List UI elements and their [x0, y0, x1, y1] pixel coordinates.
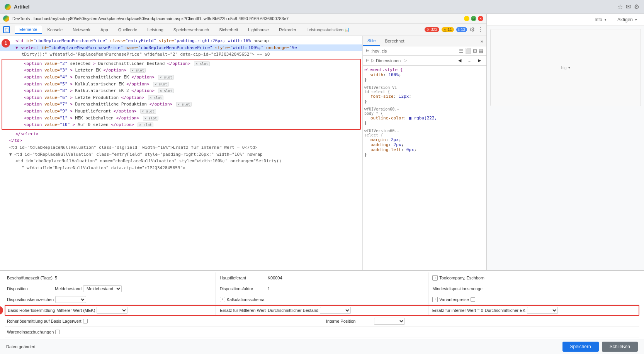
- form-cell-wareneinsatz: Wareneinsatzbuchungen: [5, 328, 639, 335]
- save-button[interactable]: Speichern: [562, 342, 599, 352]
- style-prop-padding: padding: 2px;: [370, 142, 485, 147]
- form-cell-beschaffungszeit: Beschaffungszeit (Tage) 5: [5, 274, 214, 281]
- bottom-buttons: Speichern Schließen: [562, 342, 638, 352]
- ersatz-interner-select[interactable]: [527, 307, 558, 314]
- expand-styles-icon[interactable]: »: [477, 37, 486, 46]
- chevron-down-icon-2: ▾: [635, 18, 637, 22]
- tab-leistungsstatistiken[interactable]: Leistungsstatistiken 📊: [302, 26, 354, 34]
- devtools-url: DevTools - localhost/myfactory80/ie50/sy…: [12, 16, 461, 21]
- devtools-more-icon[interactable]: ⋮: [477, 26, 483, 33]
- divider: [216, 306, 216, 315]
- dimensions-label: ▷: [371, 58, 374, 63]
- filter-icon: ⊨: [366, 48, 370, 53]
- status-text: Daten geändert: [6, 344, 36, 349]
- info-dropdown-button[interactable]: Info ▾: [592, 16, 609, 23]
- form-row-6: Wareneinsatzbuchungen: [5, 327, 639, 337]
- tab-leistung[interactable]: Leistung: [143, 26, 168, 34]
- disposition-select[interactable]: Meldebestand: [83, 285, 122, 292]
- box-model-icon[interactable]: ⬜: [465, 48, 471, 54]
- warn-count-badge[interactable]: △ 11: [442, 27, 454, 32]
- form-row-2: Disposition Meldebestand Meldebestand Di…: [5, 283, 639, 294]
- code-line: <option value="10" > Auf 0 setzen </opti…: [2, 121, 360, 128]
- divider: [216, 294, 216, 305]
- tab-lighthouse[interactable]: Lighthouse: [243, 26, 274, 34]
- style-prop-padding-left: padding-left: 0px;: [370, 147, 485, 152]
- tab-konsole[interactable]: Konsole: [42, 26, 67, 34]
- info-icon-kalk[interactable]: i: [220, 297, 225, 302]
- error-count-badge[interactable]: ✕ 323: [425, 27, 439, 32]
- code-line: </select>: [0, 131, 362, 138]
- form-cell-variantenpreise: i Variantenpreise: [430, 296, 639, 303]
- step-2-indicator: 2: [0, 306, 3, 315]
- app-form-area: Beschaffungszeit (Tage) 5 Hauptlieferant…: [0, 270, 644, 354]
- code-line: <td id="cboReplaceNullValuation" name="c…: [0, 158, 362, 165]
- form-cell-dispositionsfaktor: Dispositionsfaktor 1: [217, 285, 427, 292]
- tab-rekorder[interactable]: Rekorder: [274, 26, 301, 34]
- minimize-button[interactable]: —: [464, 16, 469, 21]
- style-block-element: element.style { width: 100%; }: [364, 67, 485, 82]
- divider: [428, 294, 428, 305]
- tab-sicherheit[interactable]: Sicherheit: [214, 26, 243, 34]
- chrome-favicon: [3, 15, 9, 22]
- info-icon-toolcompany[interactable]: i: [432, 275, 438, 281]
- styles-tabs: Stile Berechnet »: [363, 36, 486, 46]
- tab-stile[interactable]: Stile: [363, 36, 380, 46]
- form-cell-dispositionskennzeichen: Dispositionskennzeichen: [5, 295, 214, 304]
- form-cell-disposition: Disposition Meldebestand Meldebestand: [5, 284, 214, 293]
- filter-hov-cls[interactable]: :hov .cls: [371, 49, 387, 53]
- tab-app[interactable]: App: [96, 26, 113, 34]
- styles-content: element.style { width: 100%; } wfUIVersi…: [363, 66, 486, 277]
- code-line: ▼ <td id="tdReplaceNullValuation" class=…: [0, 151, 362, 158]
- styles-filter-bar: ⊨ :hov .cls ☰ ⬜ ⊞ ▤: [363, 46, 486, 56]
- chevron-down-icon: ▾: [605, 18, 607, 22]
- code-line: <option value="4" > Durchschnittlicher E…: [2, 74, 360, 81]
- app-bottom-bar: Daten geändert Speichern Schließen: [0, 339, 644, 354]
- sidebar-content-placeholder: hig ▾: [490, 29, 641, 106]
- form-cell-roherloes-lagerwert: Roherlösermittlung auf Basis Lagerwert: [5, 318, 320, 325]
- code-line: <option value="3" > Letzter EK </option>…: [2, 67, 360, 74]
- nav-next-button[interactable]: ▶: [476, 57, 483, 64]
- style-block-body: wfUIVersion60.-body * { outline-color: ▩…: [364, 107, 485, 126]
- layout-icon[interactable]: ⊞: [473, 48, 477, 54]
- style-block-wfui60: wfUIVersion60.-select { margin: 2px; pad…: [364, 129, 485, 157]
- aktigen-dropdown-button[interactable]: Aktigen ▾: [615, 16, 639, 23]
- flex-icon[interactable]: ▤: [479, 48, 483, 54]
- style-prop-outline: outline-color: ▩ rgba(222,: [370, 116, 485, 121]
- tab-netzwerk[interactable]: Netzwerk: [68, 26, 95, 34]
- tab-speicherverbrauch[interactable]: Speicherverbrauch: [169, 26, 214, 34]
- ersatz-mittlerer-select[interactable]: [320, 307, 351, 314]
- dimensions-filter: ▷: [404, 58, 407, 63]
- devtools-settings-icon[interactable]: ⚙: [469, 26, 475, 33]
- nav-prev-button[interactable]: ◀: [456, 57, 464, 64]
- info-icon-varianten[interactable]: i: [432, 297, 438, 302]
- list-view-icon[interactable]: ☰: [459, 48, 464, 54]
- tab-berechnet[interactable]: Berechnet: [380, 36, 409, 46]
- mail-icon[interactable]: ✉: [626, 3, 631, 10]
- close-window-button[interactable]: ✕: [478, 16, 483, 21]
- style-block-wfui: wfUIVersion-Vi-td select { font-size: 12…: [364, 85, 485, 104]
- style-prop-fontsize: font-size: 12px;: [370, 94, 485, 99]
- roherloes-lagerwert-checkbox[interactable]: [83, 319, 88, 323]
- tab-elemente[interactable]: Elemente: [15, 26, 42, 34]
- divider: [216, 283, 216, 294]
- form-cell-mindestdisposition: Mindestdispositionsmenge: [430, 285, 639, 292]
- form-row-1: Beschaffungszeit (Tage) 5 Hauptlieferant…: [5, 272, 639, 283]
- tab-quellcode[interactable]: Quellcode: [114, 26, 142, 34]
- interne-position-select[interactable]: [374, 318, 405, 325]
- filter2-icon: ⊨: [366, 58, 370, 63]
- close-button[interactable]: Schließen: [602, 342, 638, 352]
- dispositionskennzeichen-select[interactable]: [55, 296, 86, 303]
- basis-roherloes-select[interactable]: [97, 307, 127, 314]
- star-icon[interactable]: ☆: [617, 3, 623, 10]
- inspector-button[interactable]: ⬚: [3, 26, 10, 33]
- info-count-badge[interactable]: ℹ 13: [456, 27, 467, 32]
- divider: [322, 316, 322, 326]
- html-code-panel[interactable]: <td id="cboReplaceMeanPurchasePrice" cla…: [0, 36, 362, 270]
- tab-favicon: [5, 4, 11, 10]
- variantenpreise-checkbox[interactable]: [471, 297, 475, 302]
- wareneinsatz-checkbox[interactable]: [55, 330, 60, 334]
- divider: [216, 272, 216, 283]
- maximize-button[interactable]: □: [471, 16, 476, 21]
- settings-icon[interactable]: ⚙: [634, 3, 639, 10]
- code-line: <option value="8" > Kalkulatorischer EK …: [2, 87, 360, 94]
